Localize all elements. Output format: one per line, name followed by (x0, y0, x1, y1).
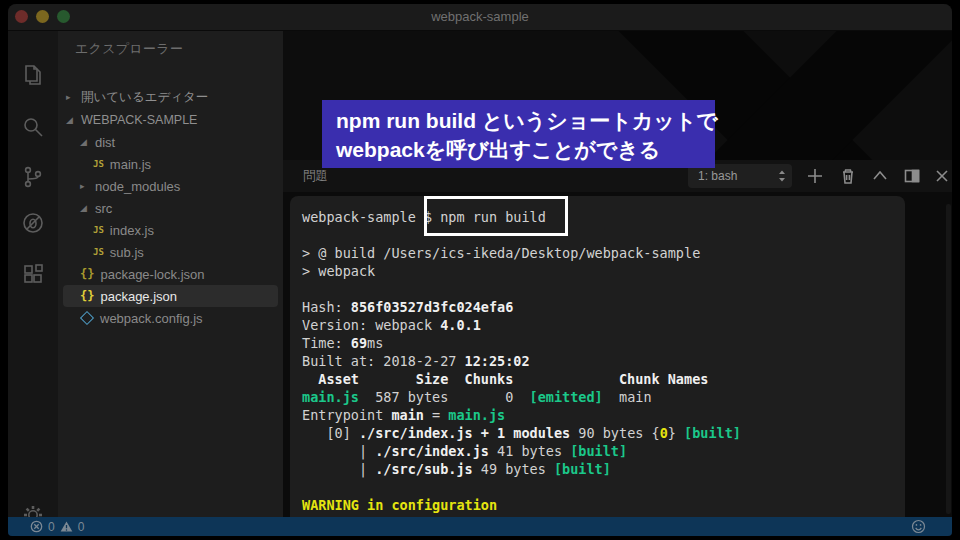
tree-item-webpack.config.js[interactable]: webpack.config.js (63, 307, 278, 329)
tree-item-node_modules[interactable]: ▸node_modules (63, 175, 278, 197)
tree-item-sub.js[interactable]: JSsub.js (63, 241, 278, 263)
plus-icon (806, 167, 824, 185)
terminal-line (302, 478, 741, 496)
close-panel-button[interactable] (933, 167, 951, 185)
kill-terminal-button[interactable] (839, 167, 857, 185)
magnifier-icon (21, 115, 45, 139)
vscode-window: webpack-sample (8, 4, 952, 536)
annotation-line1: npm run build というショートカットで (336, 106, 701, 135)
explorer-icon[interactable] (21, 63, 45, 87)
branch-icon (21, 165, 45, 189)
problems-status[interactable]: 0 0 (30, 517, 84, 536)
js-file-icon: JS (93, 159, 104, 169)
tree-item-label: sub.js (110, 245, 144, 260)
tree-item-main.js[interactable]: JSmain.js (63, 153, 278, 175)
annotation-line2: webpackを呼び出すことができる (336, 135, 701, 164)
project-root-label: WEBPACK-SAMPLE (81, 113, 197, 127)
source-control-icon[interactable] (21, 165, 45, 189)
terminal-line: WARNING in configuration (302, 496, 741, 514)
trash-icon (839, 167, 857, 185)
annotation-callout: npm run build というショートカットで webpackを呼び出すこと… (322, 100, 715, 168)
terminal-line: main.js 587 bytes 0 [emitted] main (302, 388, 741, 406)
tree-item-src[interactable]: ◢src (63, 197, 278, 219)
tree-item-index.js[interactable]: JSindex.js (63, 219, 278, 241)
terminal-line: Built at: 2018-2-27 12:25:02 (302, 352, 741, 370)
add-terminal-button[interactable] (806, 167, 824, 185)
select-arrows-icon (776, 168, 788, 184)
tree-item-label: package.json (100, 289, 177, 304)
tree-item-label: index.js (110, 223, 154, 238)
open-editors-label: 開いているエディター (81, 89, 208, 106)
tree-item-label: webpack.config.js (100, 311, 203, 326)
webpack-file-icon (80, 311, 94, 325)
close-icon (933, 167, 951, 185)
js-file-icon: JS (93, 247, 104, 257)
terminal-line: Time: 69ms (302, 334, 741, 352)
terminal-line: > webpack (302, 262, 741, 280)
sidebar-title: エクスプローラー (75, 40, 183, 58)
debug-icon[interactable] (21, 211, 45, 235)
bottom-panel: 問題 1: bash (283, 160, 952, 517)
warning-count: 0 (78, 520, 85, 534)
files-icon (21, 63, 45, 87)
split-terminal-button[interactable] (903, 167, 921, 185)
error-count: 0 (48, 520, 55, 534)
status-bar: 0 0 (8, 517, 952, 536)
terminal-line: | ./src/sub.js 49 bytes [built] (302, 460, 741, 478)
terminal-line: [0] ./src/index.js + 1 modules 90 bytes … (302, 424, 741, 442)
tree-item-label: src (95, 201, 112, 216)
search-icon[interactable] (21, 115, 45, 139)
panel-scrollbar[interactable] (946, 204, 951, 514)
activity-bar (8, 31, 58, 517)
json-file-icon: {} (80, 267, 94, 281)
title-bar: webpack-sample (8, 4, 952, 31)
terminal-line: Hash: 856f03527d3fc024efa6 (302, 298, 741, 316)
chevron-right-icon: ▸ (66, 92, 75, 102)
blocks-icon (21, 263, 45, 287)
chevron-open-icon: ◢ (80, 137, 89, 147)
bug-slash-icon (21, 211, 45, 235)
tree-item-label: dist (95, 135, 115, 150)
screen: webpack-sample (0, 0, 960, 540)
chevron-up-icon (871, 167, 889, 185)
terminal-line: Asset Size Chunks Chunk Names (302, 370, 741, 388)
terminal-line: Version: webpack 4.0.1 (302, 316, 741, 334)
chevron-right-icon: ▸ (80, 181, 89, 191)
terminal-select-value: 1: bash (688, 169, 776, 183)
tree-item-label: main.js (110, 157, 151, 172)
explorer-sidebar: エクスプローラー ▸ 開いているエディター ◢ WEBPACK-SAMPLE ◢… (58, 31, 283, 517)
terminal-line: > @ build /Users/ics-ikeda/Desktop/webpa… (302, 244, 741, 262)
terminal-output: webpack-sample $ npm run build> @ build … (302, 208, 741, 514)
terminal[interactable]: webpack-sample $ npm run build> @ build … (290, 196, 905, 517)
tree-item-package.json[interactable]: {}package.json (63, 285, 278, 307)
window-title: webpack-sample (8, 9, 952, 24)
js-file-icon: JS (93, 225, 104, 235)
error-circle-icon (30, 520, 43, 533)
terminal-line (302, 280, 741, 298)
highlight-box (424, 196, 568, 236)
feedback-smiley-icon[interactable] (911, 519, 926, 534)
json-file-icon: {} (80, 289, 94, 303)
open-editors-section[interactable]: ▸ 開いているエディター (58, 86, 283, 108)
smiley-icon (911, 519, 926, 534)
file-tree: ◢distJSmain.js▸node_modules◢srcJSindex.j… (58, 131, 283, 329)
project-root-section[interactable]: ◢ WEBPACK-SAMPLE (58, 109, 283, 131)
chevron-open-icon: ◢ (66, 115, 75, 125)
tree-item-label: node_modules (95, 179, 180, 194)
split-square-icon (903, 167, 921, 185)
terminal-line: | ./src/index.js 41 bytes [built] (302, 442, 741, 460)
warning-triangle-icon (60, 520, 73, 533)
extensions-icon[interactable] (21, 263, 45, 287)
tree-item-package-lock.json[interactable]: {}package-lock.json (63, 263, 278, 285)
terminal-line: Entrypoint main = main.js (302, 406, 741, 424)
chevron-open-icon: ◢ (80, 203, 89, 213)
tree-item-dist[interactable]: ◢dist (63, 131, 278, 153)
maximize-panel-button[interactable] (871, 167, 889, 185)
tab-problems[interactable]: 問題 (303, 168, 328, 185)
tree-item-label: package-lock.json (100, 267, 204, 282)
